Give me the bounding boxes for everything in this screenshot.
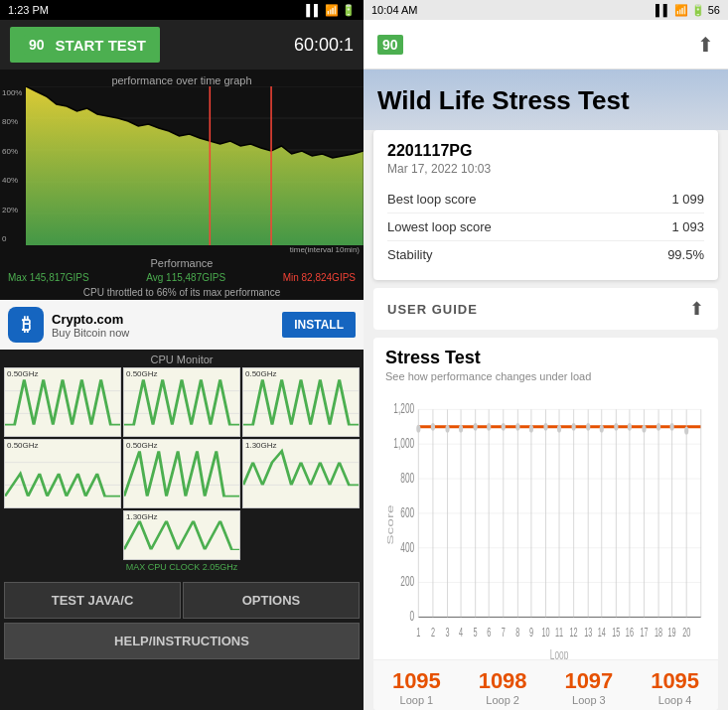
share-icon[interactable]: ⬆ xyxy=(697,33,714,57)
svg-rect-25 xyxy=(243,440,359,507)
svg-point-74 xyxy=(515,423,519,431)
stability-label: Stability xyxy=(387,247,433,262)
svg-point-68 xyxy=(431,423,435,431)
y-20: 20% xyxy=(2,206,24,214)
svg-point-79 xyxy=(586,423,590,431)
svg-text:800: 800 xyxy=(400,469,414,486)
svg-text:200: 200 xyxy=(400,573,414,590)
svg-point-78 xyxy=(572,423,576,431)
loop-scores: 1095 Loop 1 1098 Loop 2 1097 Loop 3 1095… xyxy=(373,659,718,710)
result-card: 2201117PG Mar 17, 2022 10:03 Best loop s… xyxy=(373,130,718,280)
logo-left: 90 xyxy=(24,35,50,55)
cpu-cell-3: 0.50GHz xyxy=(242,367,360,437)
loop-1-value: 1095 xyxy=(392,668,441,694)
test-java-button[interactable]: TEST JAVA/C xyxy=(4,582,181,619)
svg-text:8: 8 xyxy=(515,624,519,639)
cpu-cell-4: 0.50GHz xyxy=(4,439,121,508)
result-row-stability: Stability 99.5% xyxy=(387,241,704,268)
date-text: Mar 17, 2022 10:03 xyxy=(387,162,704,176)
right-panel: 10:04 AM ▌▌ 📶 🔋 56 90 ⬆ Wild Life Stress… xyxy=(364,0,728,710)
x-axis-label: time(interval 10min) xyxy=(0,245,364,254)
install-button[interactable]: INSTALL xyxy=(282,312,356,338)
svg-text:11: 11 xyxy=(555,624,563,639)
top-bar-left: 90 START TEST 60:00:1 xyxy=(0,20,364,70)
y-80: 80% xyxy=(2,117,24,126)
loop-score-3: 1097 Loop 3 xyxy=(564,668,613,706)
svg-text:19: 19 xyxy=(668,624,676,639)
loop-3-label: Loop 3 xyxy=(564,694,613,706)
svg-text:5: 5 xyxy=(474,624,478,639)
stress-test-title: Stress Test xyxy=(385,348,706,368)
perf-min: Min 82,824GIPS xyxy=(283,272,356,283)
cpu-cell-7: 1.30GHz xyxy=(123,510,240,560)
stress-chart-area: 1,200 1,000 800 600 400 200 0 Score xyxy=(385,390,706,659)
cpu-wave-6 xyxy=(243,440,359,507)
loop-4-value: 1095 xyxy=(651,668,699,694)
svg-text:13: 13 xyxy=(584,624,592,639)
perf-labels: Max 145,817GIPS Avg 115,487GIPS Min 82,8… xyxy=(0,270,364,285)
svg-point-75 xyxy=(529,425,533,433)
cpu-wave-3 xyxy=(243,368,359,436)
cpu-wave-4 xyxy=(5,440,120,507)
lowest-loop-label: Lowest loop score xyxy=(387,219,492,234)
cpu-monitor-section: CPU Monitor 0.50GHz 0.50GHz xyxy=(0,350,364,578)
logo-right: 90 xyxy=(377,35,403,55)
svg-text:600: 600 xyxy=(400,503,414,520)
wild-life-header: Wild Life Stress Test xyxy=(364,70,728,130)
svg-rect-13 xyxy=(124,368,239,436)
svg-text:1: 1 xyxy=(416,624,420,639)
loop-1-label: Loop 1 xyxy=(392,694,441,706)
svg-point-71 xyxy=(474,423,478,431)
svg-point-73 xyxy=(502,423,506,431)
graph-title: performance over time graph xyxy=(0,71,364,86)
icons-right: ▌▌ 📶 🔋 56 xyxy=(655,4,720,17)
svg-text:0: 0 xyxy=(410,608,415,625)
help-button[interactable]: HELP/INSTRUCTIONS xyxy=(4,623,360,659)
svg-rect-16 xyxy=(243,368,359,436)
svg-text:3: 3 xyxy=(445,624,449,639)
cpu-cell-1: 0.50GHz xyxy=(4,367,121,437)
ad-icon: ₿ xyxy=(8,307,44,343)
start-test-label: START TEST xyxy=(56,37,146,54)
svg-point-86 xyxy=(684,427,688,435)
svg-point-82 xyxy=(628,423,632,431)
loop-score-1: 1095 Loop 1 xyxy=(392,668,441,706)
result-row-lowest: Lowest loop score 1 093 xyxy=(387,213,704,241)
perf-avg: Avg 115,487GIPS xyxy=(146,272,225,283)
stress-chart: 1,200 1,000 800 600 400 200 0 Score xyxy=(385,390,706,659)
svg-text:Score: Score xyxy=(386,504,395,545)
svg-text:9: 9 xyxy=(529,624,533,639)
svg-point-70 xyxy=(459,425,463,433)
timer-display: 60:00:1 xyxy=(294,35,354,56)
svg-text:15: 15 xyxy=(612,624,620,639)
svg-point-84 xyxy=(656,423,660,431)
performance-label: Performance xyxy=(0,256,364,270)
perf-max: Max 145,817GIPS xyxy=(8,272,89,283)
svg-text:20: 20 xyxy=(682,624,690,639)
device-id: 2201117PG xyxy=(387,142,704,160)
user-guide-row[interactable]: USER GUIDE ⬆ xyxy=(373,288,718,330)
cpu-grid-row3: 1.30GHz xyxy=(4,510,360,560)
cpu-cell-2: 0.50GHz xyxy=(123,367,240,437)
cpu-cell-5: 0.50GHz xyxy=(123,439,240,508)
options-button[interactable]: OPTIONS xyxy=(183,582,360,619)
svg-rect-19 xyxy=(5,440,120,507)
svg-point-81 xyxy=(614,423,618,431)
max-cpu-text: MAX CPU CLOCK 2.05GHz xyxy=(4,560,360,574)
svg-text:10: 10 xyxy=(541,624,549,639)
cpu-cell-6: 1.30GHz xyxy=(242,439,360,508)
svg-point-69 xyxy=(445,425,449,433)
throttle-text: CPU throttled to 66% of its max performa… xyxy=(0,285,364,300)
svg-point-76 xyxy=(543,423,547,431)
cpu-wave-1 xyxy=(5,368,120,436)
loop-4-label: Loop 4 xyxy=(651,694,699,706)
wild-life-title: Wild Life Stress Test xyxy=(377,85,714,116)
svg-text:18: 18 xyxy=(655,624,662,639)
performance-graph xyxy=(26,86,364,245)
user-guide-share-icon[interactable]: ⬆ xyxy=(689,298,704,320)
start-test-button[interactable]: 90 START TEST xyxy=(10,27,160,63)
svg-text:4: 4 xyxy=(459,624,463,639)
ad-text-block: Crypto.com Buy Bitcoin now xyxy=(52,312,274,339)
svg-point-85 xyxy=(670,423,674,431)
time-left: 1:23 PM xyxy=(8,4,49,16)
